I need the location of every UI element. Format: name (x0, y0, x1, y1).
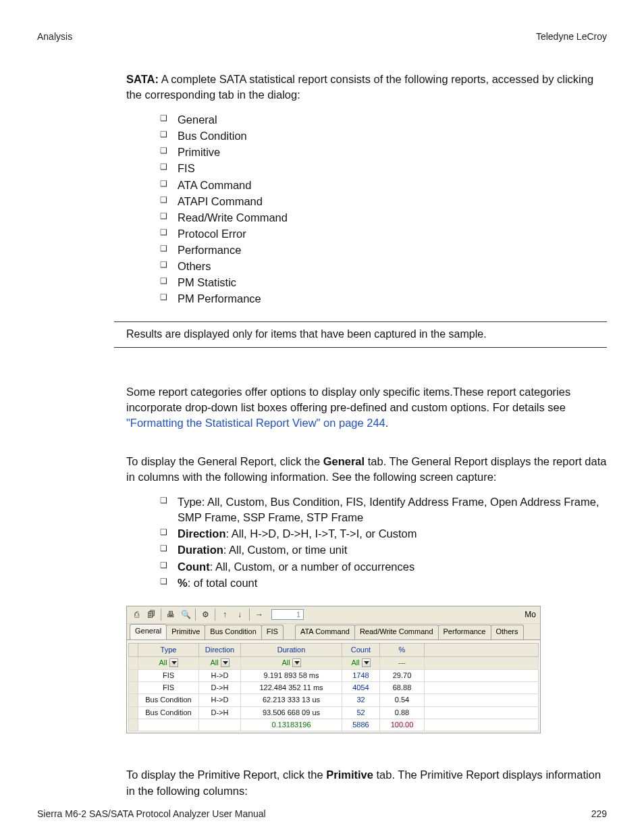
separator (215, 608, 215, 621)
col-duration[interactable]: Duration (241, 643, 342, 656)
filter-direction[interactable]: All (199, 657, 241, 669)
preview-icon[interactable]: 🔍 (179, 608, 192, 621)
col-type[interactable]: Type (138, 643, 199, 656)
down-arrow-icon[interactable]: ↓ (233, 608, 246, 621)
intro-prefix: SATA: (126, 73, 159, 85)
chevron-down-icon[interactable] (292, 658, 301, 667)
body-para-1: Some report categories offer options to … (126, 384, 607, 431)
tab-primitive[interactable]: Primitive (166, 625, 205, 639)
report-list: General Bus Condition Primitive FIS ATA … (126, 112, 607, 307)
header-right: Teledyne LeCroy (536, 31, 607, 42)
body-para-2: To display the General Report, click the… (126, 454, 607, 485)
tab-performance[interactable]: Performance (438, 625, 491, 639)
filter-duration[interactable]: All (241, 657, 342, 669)
filter-count[interactable]: All (342, 657, 380, 669)
tab-others[interactable]: Others (491, 625, 524, 639)
separator (249, 608, 250, 621)
table-row[interactable]: FIS H->D 9.191 893 58 ms 1748 29.70 (129, 669, 539, 681)
report-table: Type Direction Duration Count % All All … (128, 643, 539, 732)
col-count[interactable]: Count (342, 643, 380, 656)
report-screenshot: ⎙ 🗐 🖶 🔍 ⚙ ↑ ↓ → Mo General Primitive Bus… (126, 606, 541, 734)
list-item: ATA Command (164, 178, 607, 193)
col-percent[interactable]: % (380, 643, 425, 656)
note-text: Results are displayed only for items tha… (126, 328, 487, 340)
list-item: ATAPI Command (164, 194, 607, 209)
report-toolbar: ⎙ 🗐 🖶 🔍 ⚙ ↑ ↓ → Mo (126, 606, 541, 623)
export-icon[interactable]: ⎙ (130, 608, 143, 621)
tab-general[interactable]: General (130, 624, 167, 639)
list-item: Read/Write Command (164, 210, 607, 226)
filter-type[interactable]: All (138, 657, 199, 669)
list-item: Others (164, 259, 607, 274)
tab-rw-command[interactable]: Read/Write Command (354, 625, 439, 639)
footer-left: Sierra M6-2 SAS/SATA Protocol Analyzer U… (37, 808, 266, 819)
go-arrow-icon[interactable]: → (252, 608, 266, 621)
chevron-down-icon[interactable] (362, 658, 371, 667)
note-block: Results are displayed only for items tha… (114, 321, 607, 347)
list-item: Direction: All, H->D, D->H, I->T, T->I, … (164, 526, 607, 542)
truncated-label: Mo (525, 609, 537, 621)
separator (161, 608, 161, 621)
copy-icon[interactable]: 🗐 (144, 608, 158, 621)
tab-fis[interactable]: FIS (261, 625, 284, 639)
cross-ref-link[interactable]: "Formatting the Statistical Report View"… (126, 417, 385, 429)
chevron-down-icon[interactable] (169, 658, 178, 667)
col-direction[interactable]: Direction (199, 643, 241, 656)
list-item: %: of total count (164, 575, 607, 591)
chevron-down-icon[interactable] (221, 658, 230, 667)
list-item: Protocol Error (164, 226, 607, 242)
row-selector[interactable] (129, 657, 138, 669)
separator (195, 608, 196, 621)
intro-text: A complete SATA statistical report consi… (126, 73, 593, 101)
header-left: Analysis (37, 31, 72, 42)
body-para-3: To display the Primitive Report, click t… (126, 767, 607, 798)
list-item: FIS (164, 161, 607, 176)
tab-ata-command[interactable]: ATA Command (295, 625, 355, 639)
print-icon[interactable]: 🖶 (164, 608, 178, 621)
general-columns-list: Type: All, Custom, Bus Condition, FIS, I… (126, 494, 607, 591)
table-row[interactable]: Bus Condition D->H 93.506 668 09 us 52 0… (129, 706, 539, 719)
page-input[interactable] (271, 609, 304, 620)
list-item: Count: All, Custom, or a number of occur… (164, 559, 607, 575)
col-blank (425, 643, 539, 656)
list-item: Performance (164, 242, 607, 258)
table-row[interactable]: Bus Condition H->D 62.213 333 13 us 32 0… (129, 694, 539, 706)
intro-para: SATA: A complete SATA statistical report… (126, 72, 607, 103)
list-item: Type: All, Custom, Bus Condition, FIS, I… (164, 494, 607, 525)
tab-bus-condition[interactable]: Bus Condition (205, 625, 262, 639)
row-selector-header (129, 643, 138, 656)
table-row[interactable]: FIS D->H 122.484 352 11 ms 4054 68.88 (129, 681, 539, 694)
list-item: Duration: All, Custom, or time unit (164, 542, 607, 558)
filter-percent: --- (380, 657, 425, 669)
settings-icon[interactable]: ⚙ (198, 608, 212, 621)
list-item: PM Statistic (164, 275, 607, 290)
report-tabs: General Primitive Bus Condition FIS ATA … (126, 623, 541, 640)
list-item: Bus Condition (164, 128, 607, 144)
list-item: Primitive (164, 145, 607, 160)
list-item: PM Performance (164, 291, 607, 307)
table-totals-row: 0.13183196 5886 100.00 (129, 719, 539, 731)
up-arrow-icon[interactable]: ↑ (218, 608, 232, 621)
list-item: General (164, 112, 607, 128)
page-number: 229 (591, 808, 607, 819)
